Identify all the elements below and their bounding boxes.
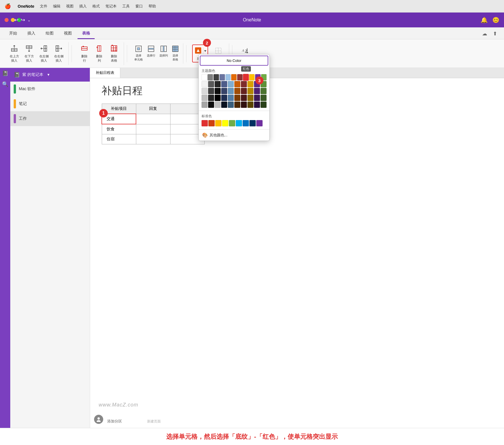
color-swatch-t2-3[interactable] (215, 81, 221, 87)
color-swatch-t5-8[interactable] (247, 102, 253, 108)
color-swatch-gold[interactable] (249, 74, 255, 80)
std-color-blue[interactable] (243, 120, 249, 126)
color-swatch-t2-6[interactable] (234, 81, 240, 87)
section-tab-schedule[interactable]: 补贴日程表 (90, 68, 120, 78)
no-color-option[interactable]: No Color (200, 56, 268, 66)
menu-item-notebook[interactable]: 笔记本 (105, 4, 117, 9)
color-swatch-t3-10[interactable] (261, 88, 267, 94)
select-col-button[interactable]: 选择列 (158, 44, 169, 62)
color-swatch-t4-10[interactable] (261, 95, 267, 101)
color-swatch-t2-8[interactable] (247, 81, 253, 87)
notebook-dropdown-icon[interactable]: ▼ (47, 73, 50, 77)
share-icon[interactable]: ⬆ (491, 28, 499, 39)
color-swatch-darkred[interactable] (237, 74, 243, 80)
table-row[interactable] (136, 124, 170, 134)
color-swatch-t2-1[interactable] (202, 81, 208, 87)
color-swatch-t4-7[interactable] (241, 95, 247, 101)
color-swatch-t4-9[interactable] (254, 95, 260, 101)
color-swatch-white[interactable] (202, 74, 207, 80)
color-swatch-gray2[interactable] (214, 74, 219, 80)
color-swatch-t3-1[interactable] (202, 88, 208, 94)
color-swatch-t3-8[interactable] (247, 88, 253, 94)
table-row[interactable] (136, 114, 170, 124)
std-color-green[interactable] (229, 120, 235, 126)
menu-item-view[interactable]: 视图 (66, 4, 74, 9)
color-swatch-t2-4[interactable] (221, 81, 227, 87)
color-swatch-t5-1[interactable] (202, 102, 208, 108)
table-row[interactable]: 住宿 (102, 134, 136, 144)
tab-start[interactable]: 开始 (5, 29, 22, 39)
tab-draw[interactable]: 绘图 (41, 29, 58, 39)
user-avatar[interactable] (94, 415, 103, 424)
select-cell-button[interactable]: 选择单元格 (133, 44, 144, 62)
tab-insert[interactable]: 插入 (23, 29, 40, 39)
menu-item-edit[interactable]: 编辑 (53, 4, 60, 9)
select-row-button[interactable]: 选择行 (145, 44, 157, 62)
color-swatch-t5-4[interactable] (221, 102, 227, 108)
sidebar-item-work[interactable]: 工作 (10, 111, 90, 126)
menu-item-insert[interactable]: 插入 (79, 4, 87, 9)
shading-dropdown-arrow[interactable] (203, 47, 207, 55)
std-color-red[interactable] (202, 120, 208, 126)
insert-right-button[interactable]: 在右侧插入 (52, 43, 66, 64)
color-swatch-red[interactable]: 红色 (243, 74, 249, 80)
color-swatch-t5-2[interactable] (208, 102, 214, 108)
color-swatch-t5-5[interactable] (228, 102, 234, 108)
table-row[interactable]: 饮食 (102, 124, 136, 134)
delete-col-button[interactable]: 删除列 (92, 43, 106, 64)
color-swatch-t5-9[interactable] (254, 102, 260, 108)
tab-view[interactable]: 视图 (59, 29, 76, 39)
color-swatch-t3-2[interactable] (208, 88, 214, 94)
color-swatch-t3-5[interactable] (228, 88, 234, 94)
color-swatch-t3-9[interactable] (254, 88, 260, 94)
notebooks-icon[interactable]: 📓 (2, 70, 8, 76)
color-swatch-t3-6[interactable] (234, 88, 240, 94)
std-color-darkblue[interactable] (249, 120, 256, 126)
color-swatch-t5-6[interactable] (234, 102, 240, 108)
insert-above-button[interactable]: 在上方插入 (7, 43, 21, 64)
std-color-darkorange[interactable] (208, 120, 215, 126)
sidebar-item-notes[interactable]: 笔记 (10, 96, 90, 111)
redo-button[interactable]: ↪ (21, 17, 25, 23)
menu-item-format[interactable]: 格式 (92, 4, 100, 9)
undo-button[interactable]: ↩ (14, 17, 19, 23)
color-swatch-t4-1[interactable] (202, 95, 208, 101)
std-color-gold[interactable] (215, 120, 221, 126)
color-swatch-t4-6[interactable] (234, 95, 240, 101)
history-dropdown-button[interactable]: ⌄ (27, 18, 31, 22)
color-swatch-t4-8[interactable] (247, 95, 253, 101)
color-swatch-t3-4[interactable] (221, 88, 227, 94)
search-icon[interactable]: 🔍 (2, 81, 8, 87)
menu-item-tools[interactable]: 工具 (122, 4, 130, 9)
apple-menu-icon[interactable]: 🍎 (5, 3, 11, 9)
insert-below-button[interactable]: 在下方插入 (22, 43, 36, 64)
close-button[interactable] (5, 18, 9, 22)
color-swatch-t4-4[interactable] (221, 95, 227, 101)
menu-item-window[interactable]: 窗口 (135, 4, 143, 9)
color-swatch-t3-7[interactable] (241, 88, 247, 94)
color-swatch-t5-10[interactable] (261, 102, 267, 108)
color-swatch-t5-7[interactable] (241, 102, 247, 108)
std-color-cyan[interactable] (236, 120, 242, 126)
color-swatch-gray1[interactable] (208, 74, 213, 80)
more-colors-button[interactable]: 🎨 其他颜色... (199, 131, 269, 141)
color-swatch-t4-3[interactable] (215, 95, 221, 101)
std-color-yellow[interactable] (222, 120, 228, 126)
menu-item-help[interactable]: 帮助 (149, 4, 156, 9)
notebook-name[interactable]: 紫 的笔记本 (22, 72, 43, 77)
color-swatch-t2-7[interactable] (241, 81, 247, 87)
delete-row-button[interactable]: 删除行 (78, 43, 91, 64)
delete-table-button[interactable]: 删除表格 (107, 43, 121, 64)
cloud-icon[interactable]: ☁ (480, 28, 489, 39)
color-swatch-orange[interactable] (231, 74, 237, 80)
color-swatch-t4-5[interactable] (228, 95, 234, 101)
user-icon[interactable]: 😊 (492, 17, 499, 23)
color-swatch-t5-3[interactable] (215, 102, 221, 108)
color-swatch-t2-2[interactable] (208, 81, 214, 87)
color-swatch-t2-5[interactable] (228, 81, 234, 87)
tab-table[interactable]: 表格 (78, 29, 95, 39)
color-swatch-t4-2[interactable] (208, 95, 214, 101)
menu-item-file[interactable]: 文件 (40, 4, 47, 9)
table-row[interactable] (136, 134, 170, 144)
std-color-purple[interactable] (256, 120, 263, 126)
